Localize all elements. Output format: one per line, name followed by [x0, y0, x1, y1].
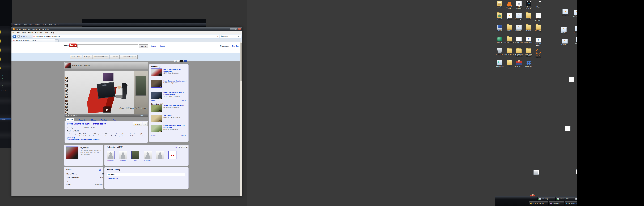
video-thumbnail[interactable]: 1:37 — [151, 80, 162, 88]
more-info-link[interactable]: (more info) — [67, 137, 75, 138]
video-thumbnail[interactable]: 5:31 — [151, 114, 162, 122]
subscriber[interactable]: nr1Hollow... — [144, 151, 152, 161]
subscriber[interactable] — [156, 151, 164, 161]
desktop-icon[interactable] — [563, 126, 572, 132]
subscriber[interactable] — [168, 151, 176, 161]
subscriber[interactable]: movnmik — [119, 151, 127, 161]
play-button[interactable]: ▶ — [66, 114, 66, 116]
winamp-menu-item[interactable]: Play — [30, 24, 32, 25]
view-comments-link[interactable]: View comments, related videos, and more — [67, 139, 100, 141]
video-title-link[interactable]: The Sandpit — [164, 114, 187, 116]
subscribers-edit-link[interactable]: edit — [175, 146, 177, 148]
owner-avatar[interactable] — [66, 146, 78, 159]
play-overlay-button[interactable]: ▶ — [103, 106, 112, 113]
taskbar-button[interactable]: archives (\\dw-... — [556, 196, 574, 201]
subs-prev-button[interactable]: ◀ — [178, 146, 180, 148]
video-title-link[interactable]: Force Dynamics 401CR - Introduction — [164, 68, 187, 72]
winamp-transport-buttons[interactable]: ◁ ▷ ∥ ■ — [1, 90, 8, 92]
desktop-icon[interactable]: Computer — [495, 25, 504, 32]
desktop-icon[interactable]: fs — [504, 60, 514, 67]
winamp-menu-item[interactable]: Options — [35, 24, 40, 25]
desktop-icon[interactable]: BobsTrack... — [514, 60, 524, 67]
menu-item[interactable]: View — [22, 32, 26, 34]
subscriber-avatar[interactable] — [119, 151, 127, 159]
forward-button[interactable]: ▶ — [17, 35, 20, 38]
minimize-button[interactable]: – — [230, 28, 234, 30]
taskbar-button[interactable]: 1. Armin van Buur... — [529, 201, 548, 206]
desktop-icon[interactable]: D80 pull 4-21-10 — [504, 36, 514, 44]
subscriber[interactable]: TheRealis... — [106, 151, 115, 161]
dislike-button[interactable]: ☟ — [143, 122, 148, 126]
winamp-menu-item[interactable]: Help — [49, 24, 52, 25]
admin-button[interactable]: Post Bulletin — [70, 54, 82, 59]
youtube-search-input[interactable] — [78, 44, 138, 48]
desktop-icon[interactable]: old stick — [524, 13, 533, 20]
video-title-link[interactable]: Force Dynamics - Use the boost! — [164, 80, 187, 82]
subs-down-button[interactable]: ∨ — [183, 146, 185, 148]
taskbar-button[interactable]: Buddy List — [549, 201, 564, 206]
subscriber-name[interactable]: TheRealis... — [106, 160, 115, 161]
desktop-icon[interactable]: Network — [495, 36, 504, 44]
channel-avatar[interactable] — [65, 62, 71, 68]
video-list-item[interactable]: 1:18 BURROWING OWL HEAD TILT. IT'S DIGGE… — [151, 125, 187, 134]
video-title-link[interactable]: TATRA truck is off-road king! — [164, 104, 187, 106]
quality-selector[interactable]: 360p — [140, 114, 143, 116]
desktop-icon[interactable]: Pidgin — [534, 1, 543, 8]
winamp-library-item[interactable]: w — [2, 75, 3, 77]
admin-button[interactable]: Modules — [110, 54, 120, 59]
page-scrollbar[interactable] — [240, 42, 242, 196]
desktop-icon[interactable]: perisoft-n... — [560, 9, 570, 16]
web-search-input[interactable] — [223, 36, 238, 37]
video-action-tab[interactable]: iInfo — [66, 118, 74, 121]
player-view-icon[interactable] — [180, 60, 184, 62]
collapse-down-button[interactable]: ∨ — [177, 60, 179, 62]
desktop-icon[interactable]: Visual Studio .net 2003 — [524, 48, 533, 57]
video-title-link[interactable]: Force Dynamics 401 - How to Ruin a Rally… — [164, 92, 187, 95]
video-title-link[interactable]: BURROWING OWL HEAD TILT. IT'S DIGGER - — [164, 125, 187, 128]
video-thumbnail[interactable]: 0:44 — [151, 92, 162, 99]
url-dropdown-icon[interactable]: ▾ — [217, 36, 218, 37]
subs-next-button[interactable]: ▶ — [186, 146, 188, 148]
desktop-icon[interactable]: Book09 — [504, 25, 514, 32]
video-title[interactable]: Force Dynamics 401CR - Introduction — [67, 122, 106, 125]
video-thumbnail[interactable]: 4:36 — [151, 68, 162, 76]
search-engine-icon[interactable] — [221, 36, 222, 37]
winamp-menu-item[interactable]: View — [43, 24, 46, 25]
winamp-menu-item[interactable]: File — [24, 24, 27, 25]
status-input[interactable] — [107, 173, 185, 176]
winamp-library-item[interactable]: R — [2, 87, 3, 89]
winamp-library-item[interactable]: cal — [2, 77, 3, 79]
desktop-icon[interactable]: ps-repriev... — [559, 27, 569, 34]
maximize-button[interactable]: □ — [234, 28, 238, 30]
stop-icon[interactable]: × — [26, 35, 27, 38]
close-button[interactable]: × — [238, 28, 242, 30]
account-menu[interactable]: fdynamics ▾ — [220, 45, 229, 47]
menu-item[interactable]: File — [12, 32, 15, 34]
desktop-icon[interactable]: perisoft — [495, 13, 504, 20]
desktop-icon[interactable]: ϟ Winamp — [504, 13, 514, 20]
desktop-icon[interactable] — [532, 170, 541, 175]
winamp-sidebar[interactable]: wcalAVMR ◁ ▷ ∥ ■ Media Lil — [0, 26, 11, 148]
desktop-icon[interactable]: Adobe Flash Builder 4 I... — [514, 48, 524, 57]
menu-item[interactable]: History — [28, 32, 33, 34]
upload-link[interactable]: Upload — [160, 45, 165, 47]
home-icon[interactable]: ⌂ — [28, 35, 30, 38]
browser-tab[interactable]: You YouTube - fdynamics's Channel — [12, 39, 55, 42]
winamp-titlebar[interactable]: ϟ WINAMP FilePlayOptionsViewHelpGo Pro — [11, 23, 206, 26]
scrollbar-thumb[interactable] — [240, 43, 242, 82]
arrange-link[interactable]: arrange — [182, 134, 186, 136]
desktop-icon[interactable] — [567, 77, 576, 82]
desktop-icon[interactable]: Control Panel — [495, 60, 504, 67]
search-icon[interactable] — [238, 36, 240, 37]
firefox-titlebar[interactable]: YouTube - fdynamics's Channel - Mozilla … — [12, 28, 242, 31]
arrange-link[interactable]: arrange — [182, 100, 186, 101]
attach-video-link[interactable]: ∞ Attach a video — [107, 178, 118, 180]
video-list-item[interactable]: 4:36 Force Dynamics 401CR - Introduction… — [151, 68, 187, 78]
subscriber-name[interactable]: movnmik — [119, 160, 127, 161]
video-thumbnail[interactable]: 1:18 — [151, 125, 162, 132]
reload-icon[interactable]: ↻ — [23, 35, 25, 38]
menu-item[interactable]: Bookmarks — [35, 32, 43, 34]
video-player[interactable]: FORCE DYNAMICS rFactor - 1955 Mercedes F… — [64, 71, 148, 114]
desktop-icon[interactable]: Libraries — [495, 1, 504, 8]
video-list-item[interactable]: 1:37 Force Dynamics - Use the boost!8,16… — [151, 80, 187, 89]
